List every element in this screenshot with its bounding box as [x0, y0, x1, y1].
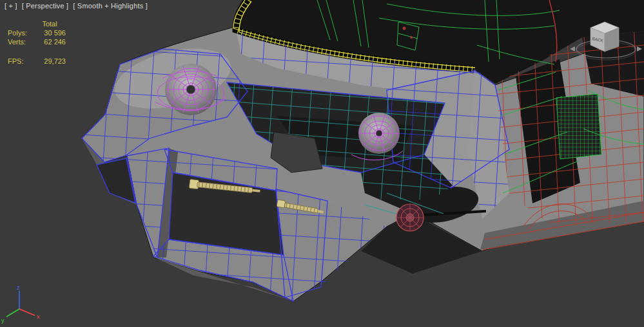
stats-fps-row: FPS: 29,723 [8, 57, 66, 66]
stats-polys-label: Polys: [8, 28, 34, 37]
statistics-overlay: Total Polys: 30 596 Verts: 62 246 FPS: 2… [8, 19, 66, 66]
stats-total-label: Total [34, 19, 66, 28]
stats-fps-label: FPS: [8, 57, 34, 66]
viewport-label-bar: [ + ] [ Perspective ] [ Smooth + Highlig… [5, 2, 148, 10]
axis-y-label: y [1, 317, 5, 324]
viewport-shading-menu[interactable]: [ Smooth + Highlights ] [73, 2, 148, 10]
stats-verts-label: Verts: [8, 37, 34, 46]
stats-fps-value: 29,723 [34, 57, 66, 66]
stats-verts-value: 62 246 [34, 37, 66, 46]
stats-polys-row: Polys: 30 596 [8, 28, 66, 37]
max-viewport[interactable]: BACK z x y [ + ] [ Perspective ] [ Smoot… [0, 0, 644, 327]
stats-polys-value: 30 596 [34, 28, 66, 37]
axis-z-label: z [17, 285, 20, 291]
axis-x-label: x [37, 313, 40, 320]
vent-mesh [553, 91, 605, 162]
stats-total-row: Total [8, 19, 66, 28]
viewport-canvas[interactable]: BACK z x y [0, 0, 644, 327]
viewport-pov-menu[interactable]: [ Perspective ] [22, 2, 69, 10]
viewport-general-menu[interactable]: [ + ] [5, 2, 17, 10]
stats-verts-row: Verts: 62 246 [8, 37, 66, 46]
